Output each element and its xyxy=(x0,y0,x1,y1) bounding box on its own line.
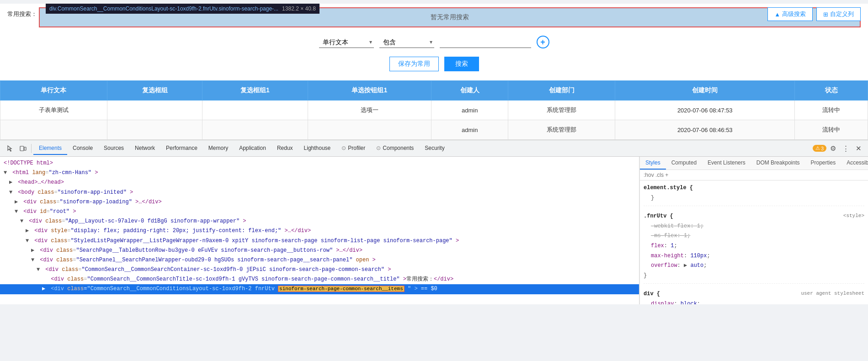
tab-event-listeners[interactable]: Event Listeners xyxy=(702,157,751,170)
styles-filter-row xyxy=(640,170,868,180)
css-block-fnrutv: .fnrUtv { <style> -webkit-flex: 1; -ms-f… xyxy=(644,212,864,284)
css-selector-element: element.style { xyxy=(644,183,864,193)
cell-radio xyxy=(308,120,431,140)
tab-styles[interactable]: Styles xyxy=(640,157,666,170)
tab-memory[interactable]: Memory xyxy=(203,142,234,155)
cell-status: 流转中 xyxy=(795,120,868,140)
css-source-div: user agent stylesheet xyxy=(801,289,864,298)
device-toggle-button[interactable] xyxy=(16,143,29,154)
cell-creator: admin xyxy=(431,120,508,140)
dom-line: ▼ <div class="SearchPanel__SearchPanelWr… xyxy=(0,255,639,265)
advanced-search-button[interactable]: ▲ 高级搜索 xyxy=(767,7,813,21)
col-creator: 创建人 xyxy=(431,81,508,101)
common-search-label: 常用搜索： xyxy=(7,7,37,27)
css-close: } xyxy=(644,193,864,203)
css-selector-fnrutv: .fnrUtv { <style> xyxy=(644,212,864,222)
settings-icon[interactable]: ⚙ xyxy=(827,143,839,154)
dom-line: ▼ <div class="App__Layout-sc-97alev-0 fd… xyxy=(0,217,639,226)
css-source: <style> xyxy=(843,212,864,221)
table-row[interactable]: 子表单测试 选项一 admin 系统管理部 2020-07-06 08:47:5… xyxy=(0,101,868,120)
cell-checkbox xyxy=(107,120,202,140)
devtools-panel: Elements Console Sources Network Perform… xyxy=(0,140,868,304)
tab-components[interactable]: ⊙ Components xyxy=(371,142,419,155)
field-select[interactable]: 单行文本 xyxy=(319,37,374,48)
tab-accessibility[interactable]: Accessibility xyxy=(841,157,868,170)
add-condition-button[interactable]: + xyxy=(537,36,549,48)
col-checkbox-group: 复选框组 xyxy=(107,81,202,101)
tab-computed[interactable]: Computed xyxy=(666,157,702,170)
warning-badge: ⚠ 3 xyxy=(813,145,826,152)
inspect-element-button[interactable] xyxy=(4,143,16,154)
cell-single-text: 子表单测试 xyxy=(0,101,107,120)
common-search-placeholder: 暂无常用搜索 xyxy=(431,13,469,21)
table-row[interactable]: admin 系统管理部 2020-07-06 08:46:53 流转中 xyxy=(0,120,868,140)
tab-sources[interactable]: Sources xyxy=(98,142,129,155)
tooltip-size: 1382.2 × 40.8 xyxy=(282,5,316,12)
close-devtools-button[interactable]: ✕ xyxy=(853,143,864,154)
tab-network[interactable]: Network xyxy=(129,142,160,155)
cell-time: 2020-07-06 08:47:53 xyxy=(615,101,795,120)
col-status: 状态 xyxy=(795,81,868,101)
styles-panel: Styles Computed Event Listeners DOM Brea… xyxy=(639,157,868,304)
css-block-div: div { user agent stylesheet display: blo… xyxy=(644,289,864,304)
advanced-search-icon: ▲ xyxy=(774,11,780,18)
dom-line: ▶ <div class="CommonSearch__CommonSearch… xyxy=(0,275,639,284)
tab-lighthouse[interactable]: Lighthouse xyxy=(298,142,336,155)
styles-content: element.style { } .fnrUtv { <style> -web… xyxy=(640,180,868,304)
devtools-right-group: ⚠ 3 ⚙ ⋮ ✕ xyxy=(813,143,864,154)
search-button[interactable]: 搜索 xyxy=(444,57,479,71)
cell-single-text xyxy=(0,120,107,140)
cell-creator: admin xyxy=(431,101,508,120)
cell-checkbox1 xyxy=(202,101,308,120)
col-checkbox-group1: 复选框组1 xyxy=(202,81,308,101)
grid-icon: ⊞ xyxy=(823,11,828,18)
tab-security[interactable]: Security xyxy=(419,142,450,155)
more-options-icon[interactable]: ⋮ xyxy=(840,143,852,154)
table-body: 子表单测试 选项一 admin 系统管理部 2020-07-06 08:47:5… xyxy=(0,101,868,140)
search-value-input[interactable] xyxy=(440,37,531,48)
styles-tabs: Styles Computed Event Listeners DOM Brea… xyxy=(640,157,868,170)
devtools-content: <!DOCTYPE html> ▼ <html lang="zh-cmn-Han… xyxy=(0,157,868,304)
cell-status: 流转中 xyxy=(795,101,868,120)
css-prop-flex: flex: 1; xyxy=(644,241,864,251)
dom-line: ▶ <div style="display: flex; padding-rig… xyxy=(0,226,639,236)
operator-select-wrapper: 包含 xyxy=(379,37,434,48)
tab-redux[interactable]: Redux xyxy=(272,142,298,155)
top-right-buttons: ▲ 高级搜索 ⊞ 自定义列 xyxy=(767,7,861,21)
selected-dom-line[interactable]: ▶ <div class="CommonSearch__CommonCondit… xyxy=(0,284,639,294)
styles-filter-input[interactable] xyxy=(644,172,864,178)
tab-performance[interactable]: Performance xyxy=(160,142,203,155)
tab-profiler[interactable]: ⊙ Profiler xyxy=(336,142,371,155)
device-icon xyxy=(19,145,27,152)
search-form-row: 单行文本 包含 + xyxy=(0,27,868,53)
dom-line: ▶ <div class="sinoform-app-loading" >…</… xyxy=(0,197,639,207)
svg-rect-0 xyxy=(20,146,24,151)
custom-columns-button[interactable]: ⊞ 自定义列 xyxy=(816,7,861,21)
dom-line: <!DOCTYPE html> xyxy=(0,159,639,168)
css-prop-webkit-flex: -webkit-flex: 1; xyxy=(644,222,864,232)
tab-console[interactable]: Console xyxy=(67,142,98,155)
dom-line: ▼ <html lang="zh-cmn-Hans" > xyxy=(0,168,639,178)
element-tooltip: div.CommonSearch__CommonConditionsLayout… xyxy=(46,4,320,14)
dom-line: ▼ <body class="sinoform-app-inited" > xyxy=(0,188,639,197)
tab-elements[interactable]: Elements xyxy=(33,142,67,155)
operator-select[interactable]: 包含 xyxy=(379,37,434,48)
col-single-text: 单行文本 xyxy=(0,81,107,101)
cell-checkbox1 xyxy=(202,120,308,140)
tab-dom-breakpoints[interactable]: DOM Breakpoints xyxy=(751,157,805,170)
dom-panel[interactable]: <!DOCTYPE html> ▼ <html lang="zh-cmn-Han… xyxy=(0,157,639,304)
cell-time: 2020-07-06 08:46:53 xyxy=(615,120,795,140)
separator xyxy=(31,144,32,153)
tab-application[interactable]: Application xyxy=(234,142,272,155)
css-prop-display: display: block; xyxy=(644,299,864,304)
cell-checkbox xyxy=(107,101,202,120)
cell-radio: 选项一 xyxy=(308,101,431,120)
tooltip-classname: div.CommonSearch__CommonConditionsLayout… xyxy=(49,5,278,12)
cursor-icon xyxy=(6,145,14,152)
save-common-button[interactable]: 保存为常用 xyxy=(389,57,439,71)
field-select-wrapper: 单行文本 xyxy=(319,37,374,48)
css-prop-ms-flex: -ms-flex: 1; xyxy=(644,231,864,241)
tab-properties[interactable]: Properties xyxy=(805,157,841,170)
dom-line: ▼ <div class="CommonSearch__CommonSearch… xyxy=(0,265,639,275)
css-close-fnrutv: } xyxy=(644,271,864,281)
